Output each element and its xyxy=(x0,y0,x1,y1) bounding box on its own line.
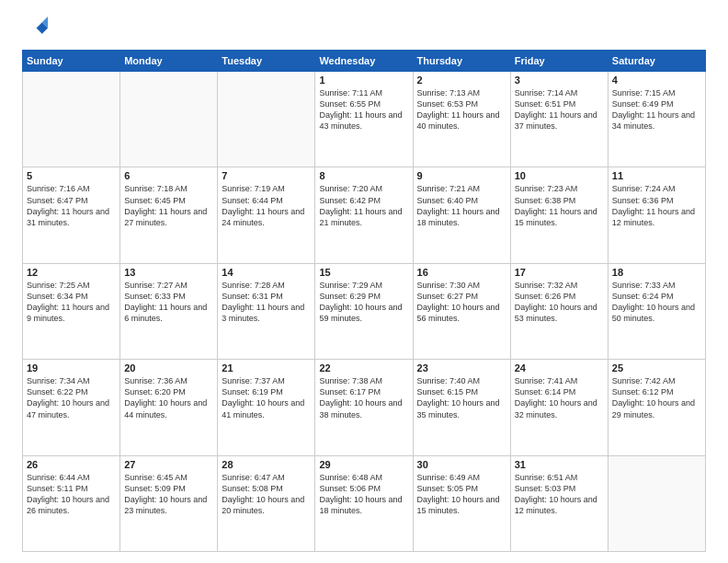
logo xyxy=(22,17,51,42)
day-number: 8 xyxy=(319,170,408,181)
day-number: 30 xyxy=(417,459,506,470)
day-content: Sunrise: 7:13 AM Sunset: 6:53 PM Dayligh… xyxy=(417,87,506,132)
calendar-cell: 27Sunrise: 6:45 AM Sunset: 5:09 PM Dayli… xyxy=(120,455,218,551)
day-number: 29 xyxy=(319,459,408,470)
day-number: 19 xyxy=(27,362,116,373)
day-number: 4 xyxy=(612,75,701,86)
calendar-week-row: 26Sunrise: 6:44 AM Sunset: 5:11 PM Dayli… xyxy=(23,455,706,551)
day-content: Sunrise: 7:15 AM Sunset: 6:49 PM Dayligh… xyxy=(612,87,701,132)
day-header-monday: Monday xyxy=(120,51,218,72)
day-content: Sunrise: 7:23 AM Sunset: 6:38 PM Dayligh… xyxy=(515,183,604,228)
day-number: 18 xyxy=(612,267,701,278)
calendar-cell: 12Sunrise: 7:25 AM Sunset: 6:34 PM Dayli… xyxy=(23,263,120,359)
day-content: Sunrise: 7:34 AM Sunset: 6:22 PM Dayligh… xyxy=(27,375,116,420)
calendar-cell: 14Sunrise: 7:28 AM Sunset: 6:31 PM Dayli… xyxy=(218,263,315,359)
day-content: Sunrise: 6:48 AM Sunset: 5:06 PM Dayligh… xyxy=(319,472,408,517)
calendar-cell: 8Sunrise: 7:20 AM Sunset: 6:42 PM Daylig… xyxy=(315,167,413,263)
calendar-cell: 25Sunrise: 7:42 AM Sunset: 6:12 PM Dayli… xyxy=(608,360,705,455)
calendar-cell xyxy=(120,72,218,167)
day-number: 31 xyxy=(515,459,604,470)
day-content: Sunrise: 6:44 AM Sunset: 5:11 PM Dayligh… xyxy=(27,472,116,517)
day-content: Sunrise: 7:36 AM Sunset: 6:20 PM Dayligh… xyxy=(124,375,213,420)
day-number: 21 xyxy=(222,362,311,373)
logo-icon xyxy=(22,17,48,42)
day-number: 2 xyxy=(417,75,506,86)
calendar-cell: 2Sunrise: 7:13 AM Sunset: 6:53 PM Daylig… xyxy=(413,72,510,167)
day-content: Sunrise: 6:51 AM Sunset: 5:03 PM Dayligh… xyxy=(515,472,604,517)
day-header-saturday: Saturday xyxy=(608,51,705,72)
calendar-cell: 28Sunrise: 6:47 AM Sunset: 5:08 PM Dayli… xyxy=(218,455,315,551)
calendar-cell: 9Sunrise: 7:21 AM Sunset: 6:40 PM Daylig… xyxy=(413,167,510,263)
day-number: 11 xyxy=(612,170,701,181)
calendar-week-row: 12Sunrise: 7:25 AM Sunset: 6:34 PM Dayli… xyxy=(23,263,706,359)
day-header-wednesday: Wednesday xyxy=(315,51,413,72)
day-number: 9 xyxy=(417,170,506,181)
day-content: Sunrise: 7:20 AM Sunset: 6:42 PM Dayligh… xyxy=(319,183,408,228)
day-content: Sunrise: 7:29 AM Sunset: 6:29 PM Dayligh… xyxy=(319,280,408,325)
calendar-cell: 30Sunrise: 6:49 AM Sunset: 5:05 PM Dayli… xyxy=(413,455,510,551)
day-content: Sunrise: 6:49 AM Sunset: 5:05 PM Dayligh… xyxy=(417,472,506,517)
day-number: 28 xyxy=(222,459,311,470)
day-number: 3 xyxy=(515,75,604,86)
calendar-cell: 24Sunrise: 7:41 AM Sunset: 6:14 PM Dayli… xyxy=(510,360,608,455)
calendar-cell: 21Sunrise: 7:37 AM Sunset: 6:19 PM Dayli… xyxy=(218,360,315,455)
calendar-cell: 10Sunrise: 7:23 AM Sunset: 6:38 PM Dayli… xyxy=(510,167,608,263)
day-number: 23 xyxy=(417,362,506,373)
day-content: Sunrise: 7:24 AM Sunset: 6:36 PM Dayligh… xyxy=(612,183,701,228)
day-content: Sunrise: 7:30 AM Sunset: 6:27 PM Dayligh… xyxy=(417,280,506,325)
calendar-week-row: 5Sunrise: 7:16 AM Sunset: 6:47 PM Daylig… xyxy=(23,167,706,263)
calendar-cell xyxy=(218,72,315,167)
day-number: 22 xyxy=(319,362,408,373)
day-content: Sunrise: 7:21 AM Sunset: 6:40 PM Dayligh… xyxy=(417,183,506,228)
calendar-cell: 16Sunrise: 7:30 AM Sunset: 6:27 PM Dayli… xyxy=(413,263,510,359)
day-number: 20 xyxy=(124,362,213,373)
calendar-table: SundayMondayTuesdayWednesdayThursdayFrid… xyxy=(22,50,706,552)
day-number: 6 xyxy=(124,170,213,181)
calendar-cell xyxy=(23,72,120,167)
day-content: Sunrise: 7:16 AM Sunset: 6:47 PM Dayligh… xyxy=(27,183,116,228)
day-content: Sunrise: 7:28 AM Sunset: 6:31 PM Dayligh… xyxy=(222,280,311,325)
day-content: Sunrise: 6:45 AM Sunset: 5:09 PM Dayligh… xyxy=(124,472,213,517)
page: SundayMondayTuesdayWednesdayThursdayFrid… xyxy=(0,0,728,563)
calendar-week-row: 19Sunrise: 7:34 AM Sunset: 6:22 PM Dayli… xyxy=(23,360,706,455)
calendar-cell: 18Sunrise: 7:33 AM Sunset: 6:24 PM Dayli… xyxy=(608,263,705,359)
calendar-cell: 4Sunrise: 7:15 AM Sunset: 6:49 PM Daylig… xyxy=(608,72,705,167)
calendar-cell: 31Sunrise: 6:51 AM Sunset: 5:03 PM Dayli… xyxy=(510,455,608,551)
calendar-cell: 11Sunrise: 7:24 AM Sunset: 6:36 PM Dayli… xyxy=(608,167,705,263)
day-content: Sunrise: 7:32 AM Sunset: 6:26 PM Dayligh… xyxy=(515,280,604,325)
day-number: 25 xyxy=(612,362,701,373)
day-content: Sunrise: 7:25 AM Sunset: 6:34 PM Dayligh… xyxy=(27,280,116,325)
calendar-cell: 6Sunrise: 7:18 AM Sunset: 6:45 PM Daylig… xyxy=(120,167,218,263)
day-number: 16 xyxy=(417,267,506,278)
day-number: 24 xyxy=(515,362,604,373)
day-number: 7 xyxy=(222,170,311,181)
day-number: 12 xyxy=(27,267,116,278)
header xyxy=(22,17,706,42)
day-content: Sunrise: 7:11 AM Sunset: 6:55 PM Dayligh… xyxy=(319,87,408,132)
day-number: 10 xyxy=(515,170,604,181)
day-content: Sunrise: 7:38 AM Sunset: 6:17 PM Dayligh… xyxy=(319,375,408,420)
calendar-cell: 26Sunrise: 6:44 AM Sunset: 5:11 PM Dayli… xyxy=(23,455,120,551)
day-content: Sunrise: 7:19 AM Sunset: 6:44 PM Dayligh… xyxy=(222,183,311,228)
day-number: 27 xyxy=(124,459,213,470)
day-number: 13 xyxy=(124,267,213,278)
day-content: Sunrise: 7:42 AM Sunset: 6:12 PM Dayligh… xyxy=(612,375,701,420)
calendar-cell: 23Sunrise: 7:40 AM Sunset: 6:15 PM Dayli… xyxy=(413,360,510,455)
day-number: 26 xyxy=(27,459,116,470)
calendar-cell: 29Sunrise: 6:48 AM Sunset: 5:06 PM Dayli… xyxy=(315,455,413,551)
day-content: Sunrise: 7:33 AM Sunset: 6:24 PM Dayligh… xyxy=(612,280,701,325)
day-content: Sunrise: 7:37 AM Sunset: 6:19 PM Dayligh… xyxy=(222,375,311,420)
day-number: 1 xyxy=(319,75,408,86)
calendar-cell: 17Sunrise: 7:32 AM Sunset: 6:26 PM Dayli… xyxy=(510,263,608,359)
day-header-friday: Friday xyxy=(510,51,608,72)
day-content: Sunrise: 7:27 AM Sunset: 6:33 PM Dayligh… xyxy=(124,280,213,325)
calendar-cell: 13Sunrise: 7:27 AM Sunset: 6:33 PM Dayli… xyxy=(120,263,218,359)
calendar-cell xyxy=(608,455,705,551)
day-number: 5 xyxy=(27,170,116,181)
day-content: Sunrise: 7:40 AM Sunset: 6:15 PM Dayligh… xyxy=(417,375,506,420)
day-content: Sunrise: 6:47 AM Sunset: 5:08 PM Dayligh… xyxy=(222,472,311,517)
calendar-header-row: SundayMondayTuesdayWednesdayThursdayFrid… xyxy=(23,51,706,72)
day-content: Sunrise: 7:14 AM Sunset: 6:51 PM Dayligh… xyxy=(515,87,604,132)
day-content: Sunrise: 7:18 AM Sunset: 6:45 PM Dayligh… xyxy=(124,183,213,228)
day-header-thursday: Thursday xyxy=(413,51,510,72)
